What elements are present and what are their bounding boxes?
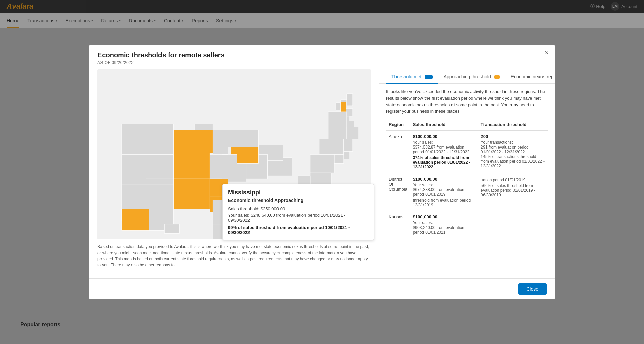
sales-alaska: $100,000.00 Your sales:$374,082.87 from … (410, 130, 478, 173)
modal-overlay: Economic thresholds for remote sellers A… (0, 0, 644, 344)
sales-pct: 374% of sales threshold from evaluation … (413, 155, 475, 169)
tab-approaching-label: Approaching threshold (444, 74, 491, 79)
right-panel: Threshold met 11 Approaching threshold 1… (379, 69, 555, 279)
tx-detail-dc: uation period 01/01/2019 (481, 178, 545, 182)
modal-footer: Close (89, 278, 555, 299)
tabs: Threshold met 11 Approaching threshold 1… (379, 69, 555, 84)
tooltip-percentage: 99% of sales threshold from evaluation p… (228, 225, 368, 235)
map-tooltip: Mississippi Economic threshold Approachi… (222, 184, 374, 240)
page-background: Popular reports Economic thresholds for … (0, 28, 644, 344)
approaching-badge: 1 (494, 75, 500, 79)
state-md[interactable] (334, 154, 344, 163)
tx-detail: Your transactions:291 from evaluation pe… (481, 140, 545, 168)
modal-subtitle: AS OF 09/20/2022 (97, 60, 547, 65)
map-footer-text: Based on transaction data you provided t… (97, 244, 371, 271)
state-ne[interactable] (210, 154, 222, 179)
state-mn[interactable] (228, 130, 258, 147)
state-wyoming[interactable] (173, 130, 213, 153)
state-or[interactable] (122, 154, 146, 185)
sales-detail: Your sales:$374,082.87 from evaluation p… (413, 140, 475, 154)
tooltip-sales-threshold: Sales threshold: $250,000.00 (228, 206, 368, 211)
state-new-mexico[interactable] (173, 179, 210, 209)
map-side: Mississippi Economic threshold Approachi… (89, 69, 379, 279)
threshold-met-badge: 11 (425, 75, 433, 79)
state-hawaii[interactable] (164, 224, 179, 233)
threshold-data-table: Region Sales threshold Transaction thres… (386, 118, 548, 238)
threshold-table: Region Sales threshold Transaction thres… (379, 118, 555, 279)
state-nv[interactable] (146, 185, 173, 209)
modal-header: Economic thresholds for remote sellers A… (89, 45, 555, 69)
state-wa[interactable] (122, 124, 146, 154)
table-row: Alaska $100,000.00 Your sales:$374,082.8… (386, 130, 548, 173)
table-row: District OfColumbia $100,000.00 Your sal… (386, 173, 548, 211)
state-ny-east[interactable] (347, 127, 359, 139)
state-colorado[interactable] (173, 153, 210, 179)
tab-approaching[interactable]: Approaching threshold 1 (438, 69, 505, 84)
region-kansas: Kansas (386, 211, 410, 238)
tx-amount: 200 (481, 134, 545, 139)
modal: Economic thresholds for remote sellers A… (89, 45, 555, 300)
tx-alaska: 200 Your transactions:291 from evaluatio… (478, 130, 548, 173)
tooltip-state-name: Mississippi (228, 189, 368, 196)
col-region: Region (386, 118, 410, 131)
state-ny[interactable] (328, 112, 347, 139)
modal-title: Economic thresholds for remote sellers (97, 51, 547, 59)
state-maine[interactable] (347, 94, 353, 106)
sales-amount: $100,000.00 (413, 134, 475, 139)
state-nj[interactable] (344, 139, 353, 151)
sales-dc: $100,000.00 Your sales:$674,388.00 from … (410, 173, 478, 211)
region-alaska: Alaska (386, 130, 410, 173)
tab-description: It looks like you've exceeded the econom… (379, 84, 555, 118)
sales-amount-ks: $100,000.00 (413, 214, 475, 219)
modal-body: Mississippi Economic threshold Approachi… (89, 69, 555, 279)
tab-economic-nexus[interactable]: Economic nexus report (505, 69, 555, 84)
col-tx-threshold: Transaction threshold (478, 118, 548, 131)
state-ut[interactable] (146, 154, 173, 179)
state-mt[interactable] (146, 124, 173, 154)
table-row: Kansas $100,000.00 Your sales:$903,240.0… (386, 211, 548, 238)
sales-pct-dc: threshold from evaluation period12/31/20… (413, 198, 475, 207)
tab-economic-nexus-label: Economic nexus report (511, 74, 555, 79)
tx-kansas (478, 211, 548, 238)
sales-amount-dc: $100,000.00 (413, 177, 475, 182)
tab-threshold-met-label: Threshold met (391, 74, 421, 79)
region-dc: District OfColumbia (386, 173, 410, 211)
sales-detail-dc: Your sales:$674,388.00 from evaluation p… (413, 183, 475, 197)
sales-kansas: $100,000.00 Your sales:$903,240.00 from … (410, 211, 478, 238)
tooltip-your-sales: Your sales: $248,640.00 from evaluation … (228, 213, 368, 223)
tab-threshold-met[interactable]: Threshold met 11 (386, 69, 438, 84)
state-vermont[interactable] (341, 102, 346, 112)
col-sales-threshold: Sales threshold (410, 118, 478, 131)
state-sd[interactable] (213, 130, 228, 154)
state-vt[interactable] (336, 103, 341, 110)
tx-dc: uation period 01/01/2019 566% of sales t… (478, 173, 548, 211)
sales-detail-ks: Your sales:$903,240.00 from evaluation p… (413, 220, 475, 235)
state-pa[interactable] (319, 139, 344, 154)
modal-close-button[interactable]: × (545, 49, 549, 56)
state-de[interactable] (344, 151, 350, 159)
state-va[interactable] (310, 154, 334, 173)
close-button[interactable]: Close (518, 283, 547, 295)
map-container: Mississippi Economic threshold Approachi… (97, 69, 371, 241)
sales-pct-dc2: 566% of sales threshold from evaluation … (481, 183, 545, 197)
state-alaska[interactable] (122, 209, 149, 230)
tooltip-status: Economic threshold Approaching (228, 197, 368, 203)
